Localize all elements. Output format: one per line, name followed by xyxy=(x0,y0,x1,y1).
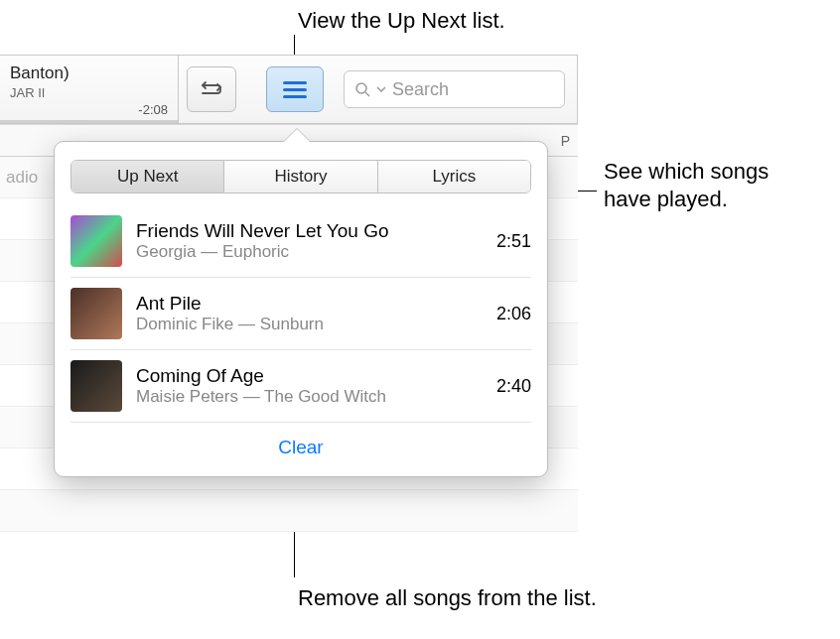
song-title: Coming Of Age xyxy=(136,365,483,387)
sidebar-label-fragment: adio xyxy=(6,168,38,188)
popover-arrow xyxy=(284,129,310,142)
song-title: Ant Pile xyxy=(136,293,483,315)
song-duration: 2:06 xyxy=(496,304,531,324)
list-item[interactable]: Friends Will Never Let You Go Georgia — … xyxy=(70,205,531,278)
album-art xyxy=(70,360,122,412)
now-playing-subtitle: JAR II xyxy=(10,85,168,100)
progress-bar[interactable] xyxy=(0,120,178,123)
callout-right-2: have played. xyxy=(604,185,728,214)
svg-rect-2 xyxy=(283,95,307,98)
song-info: Coming Of Age Maisie Peters — The Good W… xyxy=(136,365,483,407)
callout-top: View the Up Next list. xyxy=(298,6,505,36)
song-artist: Dominic Fike — Sunburn xyxy=(136,315,483,334)
tab-history[interactable]: History xyxy=(224,161,377,192)
now-playing-title: Banton) xyxy=(10,64,168,83)
up-next-button[interactable] xyxy=(266,66,324,112)
up-next-popover: Up Next History Lyrics Friends Will Neve… xyxy=(54,141,548,477)
callout-right-1: See which songs xyxy=(604,157,769,187)
song-title: Friends Will Never Let You Go xyxy=(136,220,483,242)
tab-lyrics[interactable]: Lyrics xyxy=(378,161,530,192)
bg-row xyxy=(0,490,578,532)
song-artist: Georgia — Euphoric xyxy=(136,242,483,262)
song-duration: 2:51 xyxy=(496,231,531,252)
song-artist: Maisie Peters — The Good Witch xyxy=(136,387,483,407)
svg-rect-0 xyxy=(283,81,307,84)
clear-button[interactable]: Clear xyxy=(55,423,547,476)
search-placeholder: Search xyxy=(392,79,449,100)
repeat-icon xyxy=(199,80,224,98)
chevron-down-icon xyxy=(376,84,386,94)
song-info: Friends Will Never Let You Go Georgia — … xyxy=(136,220,483,262)
svg-point-3 xyxy=(356,83,366,93)
callout-bottom: Remove all songs from the list. xyxy=(298,583,597,613)
search-icon xyxy=(354,81,370,97)
song-list: Friends Will Never Let You Go Georgia — … xyxy=(70,205,531,423)
tab-up-next[interactable]: Up Next xyxy=(71,161,224,192)
search-input[interactable]: Search xyxy=(344,70,565,108)
segmented-control: Up Next History Lyrics xyxy=(70,160,531,193)
now-playing-panel: Banton) JAR II -2:08 xyxy=(0,56,179,123)
song-info: Ant Pile Dominic Fike — Sunburn xyxy=(136,293,483,334)
now-playing-remaining: -2:08 xyxy=(138,102,168,117)
album-art xyxy=(70,288,122,339)
album-art xyxy=(70,215,122,267)
song-duration: 2:40 xyxy=(496,376,531,397)
list-item[interactable]: Ant Pile Dominic Fike — Sunburn 2:06 xyxy=(70,278,531,350)
svg-rect-1 xyxy=(283,88,307,91)
list-item[interactable]: Coming Of Age Maisie Peters — The Good W… xyxy=(70,350,531,423)
column-header-right: P xyxy=(561,133,570,149)
list-icon xyxy=(281,79,309,99)
toolbar: Banton) JAR II -2:08 Search xyxy=(0,55,578,124)
repeat-button[interactable] xyxy=(187,66,236,112)
